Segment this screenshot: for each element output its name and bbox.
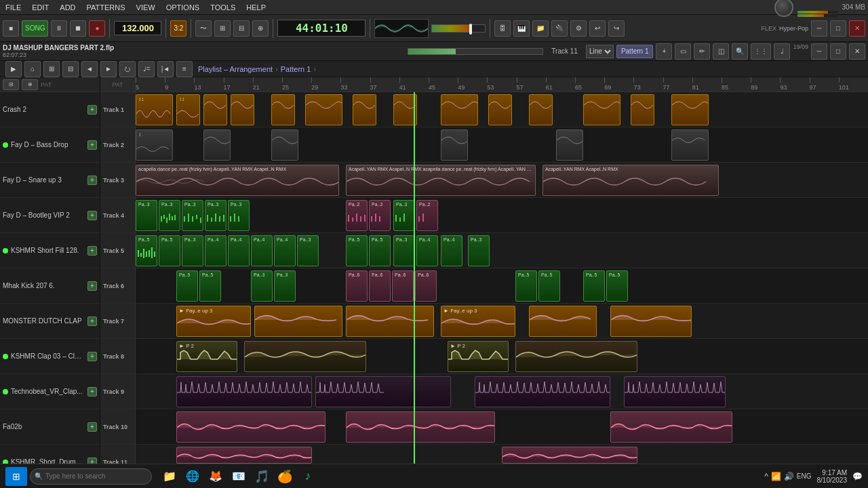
pattern-block[interactable] <box>271 94 295 125</box>
pattern-block[interactable]: Pa..3 <box>205 200 226 231</box>
pattern-block[interactable] <box>502 447 637 464</box>
arrangement-row-3[interactable]: acapella dance pe..reat (frizky fvm) Aca… <box>136 163 868 198</box>
tray-network[interactable]: 📶 <box>771 472 781 481</box>
arrangement-row-8[interactable]: ► P 2 ► P 2 <box>136 339 868 374</box>
taskbar-app-mail[interactable]: 📧 <box>229 467 248 486</box>
pattern-block[interactable]: acapella dance pe..reat (frizky fvm) Aca… <box>136 165 339 196</box>
tray-battery[interactable]: ENG <box>797 472 812 480</box>
tb-browser[interactable]: 📁 <box>532 20 549 37</box>
pattern-block[interactable]: Pa..4 <box>441 235 462 266</box>
notification-icon[interactable]: 💬 <box>852 472 863 481</box>
progress-bar[interactable] <box>408 48 543 55</box>
pattern-block[interactable]: Acapell..YAN RMX Acapel..N RMX <box>542 165 719 196</box>
track-add-10[interactable]: + <box>87 422 97 432</box>
pattern-block[interactable]: ↕↕ <box>136 94 173 125</box>
pattern-block[interactable] <box>441 94 478 125</box>
breadcrumb-arrangement[interactable]: Playlist – Arrangement <box>198 65 273 73</box>
track-add-4[interactable]: + <box>87 211 97 220</box>
play-button-small[interactable]: ▶ <box>5 61 22 77</box>
zoom-button[interactable]: ⊞ <box>43 61 60 77</box>
track-item-2[interactable]: Fay D – Bass Drop + <box>0 127 100 163</box>
breadcrumb-pattern[interactable]: Pattern 1 <box>281 65 311 73</box>
pattern-block[interactable]: ► P 2 <box>448 341 509 372</box>
arr-eraser[interactable]: ◫ <box>713 43 729 60</box>
track-options[interactable]: ⊕ <box>22 79 38 90</box>
arrangement-row-7[interactable]: ► Fay..e up 3 ► Fay..e up 3 <box>136 304 868 339</box>
track-item-5[interactable]: KSHMR Short Fill 128. + <box>0 233 100 268</box>
pattern-block[interactable]: Pa..3 <box>393 235 415 266</box>
taskbar-app-explorer[interactable]: 📁 <box>160 467 179 486</box>
pattern-block[interactable] <box>254 306 342 337</box>
home-button[interactable]: ⌂ <box>24 61 41 77</box>
arrangement-row-9[interactable] <box>136 374 868 409</box>
taskbar-app-spotify[interactable]: ♪ <box>298 467 317 486</box>
track-add-5[interactable]: + <box>87 246 97 256</box>
pattern-block[interactable]: ► Fay..e up 3 <box>176 306 251 337</box>
pattern-block[interactable]: ► Fay..e up 3 <box>441 306 515 337</box>
grid-button[interactable]: ⊟ <box>62 61 79 77</box>
pattern-block[interactable] <box>529 306 597 337</box>
track-add-1[interactable]: + <box>87 105 97 115</box>
arrangement-row-4[interactable]: Pa..1 Pa..3 Pa..3 Pa..3 Pa..3 Pa..2 Pa..… <box>136 198 868 233</box>
taskbar-app-firefox[interactable]: 🦊 <box>206 467 225 486</box>
markers-button[interactable]: |◄ <box>157 61 174 77</box>
minimize-button[interactable]: ─ <box>811 20 827 37</box>
pattern-block[interactable]: Acapell..YAN RMX Acapel..N RMX acapella … <box>346 165 536 196</box>
pattern-block[interactable] <box>176 411 326 443</box>
master-volume-knob[interactable] <box>774 0 793 17</box>
pattern-block[interactable] <box>488 94 512 125</box>
pattern-block[interactable]: Pa..5 <box>538 270 560 302</box>
pattern-block[interactable]: Pa..6 <box>346 270 368 302</box>
line-mode-select[interactable]: Line <box>586 45 614 58</box>
track-item-3[interactable]: Fay D – Snare up 3 + <box>0 163 100 198</box>
pattern-add[interactable]: + <box>656 43 672 60</box>
back-button[interactable]: ◄ <box>81 61 98 77</box>
track-item-9[interactable]: Technobeat_VR_Clap... + <box>0 374 100 409</box>
arr-select[interactable]: ▭ <box>675 43 691 60</box>
pattern-block[interactable]: Pa..2 <box>369 200 391 231</box>
tb-btn-link[interactable]: ⊕ <box>252 20 269 37</box>
pattern-block[interactable] <box>624 376 726 407</box>
master-level[interactable] <box>431 24 486 33</box>
start-button[interactable]: ⊞ <box>5 467 27 486</box>
menu-edit[interactable]: EDIT <box>29 2 52 13</box>
pattern-block[interactable] <box>346 411 495 443</box>
pattern-block[interactable]: Pa..2 <box>346 200 368 231</box>
pattern-block[interactable] <box>305 94 342 125</box>
menu-view[interactable]: VIEW <box>134 2 158 13</box>
pattern-block[interactable]: Pa..4 <box>251 235 273 266</box>
tb-undo[interactable]: ↩ <box>589 20 606 37</box>
track-add-11[interactable]: + <box>87 458 97 464</box>
pattern-block[interactable] <box>610 306 692 337</box>
pattern-block[interactable] <box>671 94 709 125</box>
taskbar-app-edge[interactable]: 🌐 <box>183 467 202 486</box>
pattern-block[interactable] <box>176 447 312 464</box>
track-item-4[interactable]: Fay D – Bootleg VIP 2 + <box>0 198 100 233</box>
tb-mixer[interactable]: 🎛 <box>494 20 511 37</box>
pattern-block[interactable]: Pa..6 <box>392 270 414 302</box>
pattern-block[interactable] <box>475 376 610 407</box>
pattern-select[interactable]: Pattern 1 <box>616 45 654 58</box>
pattern-block[interactable]: Pa..3 <box>297 235 319 266</box>
pattern-block[interactable]: Pa..4 <box>205 235 226 266</box>
menu-patterns[interactable]: PATTERNS <box>84 2 128 13</box>
window-max2[interactable]: □ <box>830 43 846 60</box>
tb-piano[interactable]: 🎹 <box>513 20 530 37</box>
playlist-button[interactable]: ≡ <box>176 61 193 77</box>
pattern-block[interactable] <box>556 129 583 161</box>
track-item-7[interactable]: MONSTER DUTCH CLAP + <box>0 304 100 339</box>
pattern-block[interactable] <box>353 94 376 125</box>
pattern-block[interactable]: Pa..3 <box>468 235 490 266</box>
track-add-8[interactable]: + <box>87 352 97 361</box>
arrangement-row-1[interactable]: ↕↕ ↕↕ <box>136 92 868 127</box>
window-min2[interactable]: ─ <box>811 43 827 60</box>
bpm-display[interactable]: 132.000 <box>114 21 161 35</box>
pattern-block[interactable]: Pa..2 <box>416 200 438 231</box>
close-button[interactable]: ✕ <box>849 20 865 37</box>
menu-file[interactable]: FILE <box>3 2 24 13</box>
pattern-block[interactable]: Pa..5 <box>583 270 605 302</box>
pattern-block[interactable] <box>529 94 553 125</box>
arrangement-row-6[interactable]: Pa..5 Pa..5 Pa..3 Pa..3 Pa..6 Pa..6 Pa..… <box>136 268 868 304</box>
pattern-block[interactable]: ↕↕ <box>176 94 200 125</box>
pattern-block[interactable] <box>346 306 434 337</box>
